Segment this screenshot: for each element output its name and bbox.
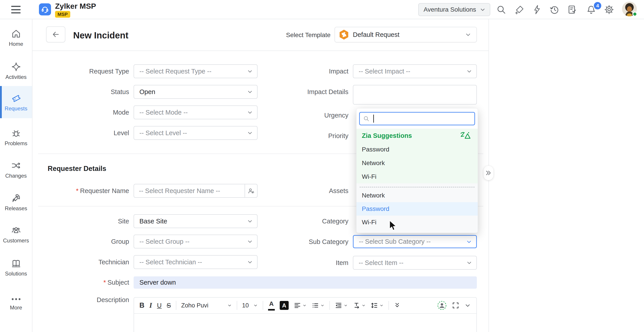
new-ticket-icon[interactable] [514, 4, 524, 15]
back-button[interactable] [46, 26, 65, 42]
sidebar-item-activities[interactable]: Activities [0, 62, 32, 80]
zia-suggestion-option[interactable]: Wi-Fi [356, 170, 478, 183]
font-color-button[interactable]: A [268, 301, 275, 311]
subject-input[interactable]: Server down [134, 276, 477, 289]
text-direction-button[interactable] [353, 302, 366, 309]
sidebar-item-home[interactable]: Home [0, 29, 32, 47]
hamburger-menu-icon[interactable] [11, 6, 20, 13]
chevron-down-icon [362, 303, 366, 308]
request-type-select[interactable]: -- Select Request Type -- [134, 64, 258, 78]
item-label: Item [274, 256, 348, 270]
dropdown-search-input[interactable] [359, 112, 475, 125]
expand-right-panel-button[interactable] [483, 166, 494, 180]
org-selector-value: Aventura Solutions [424, 6, 476, 13]
chevron-down-icon [466, 239, 472, 245]
bold-button[interactable]: B [140, 301, 144, 310]
line-spacing-icon [370, 302, 378, 309]
bullet-list-icon [312, 302, 319, 309]
bullet-list-button[interactable] [312, 302, 324, 309]
template-value: Default Request [353, 31, 465, 38]
bug-icon [11, 128, 21, 138]
add-requester-button[interactable] [245, 184, 258, 198]
description-label: Description [55, 293, 129, 307]
requester-name-field: -- Select Requester Name -- [134, 184, 258, 198]
chevron-down-icon [247, 218, 253, 224]
chevron-down-icon [247, 68, 253, 74]
editor-toolbar: B I U S Zoho Puvi 10 A A [134, 298, 476, 314]
requester-name-label: * Requester Name [55, 184, 129, 198]
history-icon[interactable] [549, 4, 560, 15]
sidebar-item-customers[interactable]: Customers [0, 225, 32, 244]
level-select[interactable]: -- Select Level -- [134, 126, 258, 140]
fullscreen-button[interactable] [452, 302, 460, 309]
org-selector[interactable]: Aventura Solutions [418, 3, 490, 16]
template-select[interactable]: Default Request [334, 27, 477, 42]
headset-logo-icon[interactable] [39, 3, 51, 15]
line-spacing-button[interactable] [370, 302, 384, 309]
page-header: New Incident Select Template Default Req… [32, 19, 488, 51]
impact-details-input[interactable] [353, 85, 477, 105]
topbar: Zylker MSP MSP Aventura Solutions 4 [0, 0, 644, 19]
toolbar-separator [176, 301, 176, 310]
category-option-hovered[interactable]: Wi-Fi [356, 216, 478, 229]
quick-actions-icon[interactable] [532, 4, 542, 15]
mode-select[interactable]: -- Select Mode -- [134, 105, 258, 119]
zia-assist-icon[interactable] [437, 301, 447, 310]
status-select[interactable]: Open [134, 85, 258, 99]
technician-select[interactable]: -- Select Technician -- [134, 255, 258, 269]
people-icon [11, 225, 21, 235]
align-button[interactable] [294, 302, 306, 309]
chevron-down-icon [247, 259, 253, 265]
underline-button[interactable]: U [157, 302, 162, 309]
requester-name-select[interactable]: -- Select Requester Name -- [134, 184, 245, 198]
group-select[interactable]: -- Select Group -- [134, 235, 258, 248]
sidebar-item-more[interactable]: More [0, 296, 32, 311]
category-option-selected[interactable]: Password [356, 202, 478, 216]
category-option[interactable]: Network [356, 189, 478, 202]
collapse-toolbar-button[interactable] [464, 302, 471, 309]
text-direction-icon [353, 302, 360, 309]
font-size-select[interactable]: 10 [242, 302, 258, 309]
subject-label: * Subject [55, 276, 129, 289]
highlight-color-button[interactable]: A [280, 301, 289, 310]
site-label: Site [55, 214, 129, 228]
assets-label: Assets [274, 184, 348, 198]
site-select[interactable]: Base Site [134, 214, 258, 228]
settings-icon[interactable] [604, 4, 614, 15]
mode-label: Mode [55, 105, 129, 119]
sidebar-item-releases[interactable]: Releases [0, 193, 32, 212]
sidebar-item-requests[interactable]: Requests [0, 86, 32, 118]
strikethrough-button[interactable]: S [166, 302, 171, 309]
toolbar-separator [237, 301, 237, 310]
item-select[interactable]: -- Select Item -- [353, 256, 477, 270]
toolbar-separator [330, 301, 330, 310]
sub-category-select[interactable]: -- Select Sub Category -- [353, 235, 477, 248]
urgency-label: Urgency [274, 108, 348, 122]
chevron-down-icon [464, 302, 471, 309]
zia-suggestion-option[interactable]: Password [356, 143, 478, 156]
zia-suggestion-option[interactable]: Network [356, 156, 478, 170]
impact-select[interactable]: -- Select Impact -- [353, 64, 477, 78]
search-icon[interactable] [496, 4, 506, 15]
approvals-icon[interactable] [567, 4, 577, 15]
home-icon [11, 29, 21, 39]
chevron-down-icon [247, 89, 253, 95]
book-icon [11, 258, 21, 269]
description-input-area[interactable] [134, 314, 476, 332]
outdent-button[interactable] [335, 302, 348, 309]
sub-category-label: Sub Category [274, 235, 348, 249]
sidebar-item-changes[interactable]: Changes [0, 161, 32, 179]
italic-button[interactable]: I [149, 301, 152, 310]
sidebar-item-problems[interactable]: Problems [0, 128, 32, 147]
description-editor[interactable]: B I U S Zoho Puvi 10 A A [134, 297, 477, 332]
sidebar-item-solutions[interactable]: Solutions [0, 258, 32, 277]
chevron-down-icon [380, 303, 384, 308]
back-arrow-icon [51, 30, 60, 39]
chevron-down-icon [344, 303, 348, 308]
group-label: Group [55, 235, 129, 248]
chevron-down-icon [247, 130, 253, 136]
level-label: Level [55, 126, 129, 140]
more-formats-button[interactable] [394, 302, 400, 309]
chevron-down-icon [466, 260, 472, 266]
font-family-select[interactable]: Zoho Puvi [181, 302, 232, 309]
